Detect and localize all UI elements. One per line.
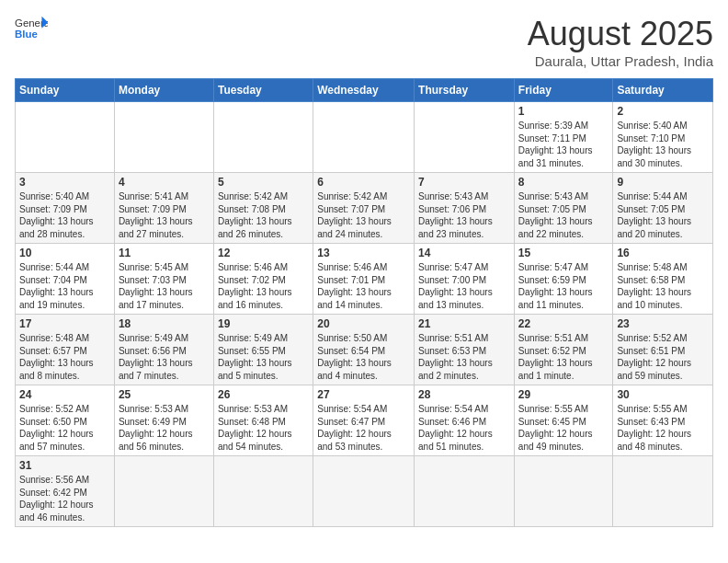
- day-number: 3: [19, 176, 110, 189]
- calendar-cell: 11Sunrise: 5:45 AM Sunset: 7:03 PM Dayli…: [114, 244, 213, 315]
- day-number: 12: [218, 247, 309, 259]
- day-info: Sunrise: 5:43 AM Sunset: 7:06 PM Dayligh…: [418, 190, 510, 240]
- day-number: 27: [317, 388, 410, 401]
- day-number: 31: [19, 459, 110, 472]
- day-info: Sunrise: 5:42 AM Sunset: 7:07 PM Dayligh…: [317, 190, 410, 240]
- calendar-cell: [514, 456, 613, 527]
- calendar-cell: 30Sunrise: 5:55 AM Sunset: 6:43 PM Dayli…: [613, 385, 713, 456]
- calendar-cell: 15Sunrise: 5:47 AM Sunset: 6:59 PM Dayli…: [514, 244, 613, 315]
- title-area: August 2025 Daurala, Uttar Pradesh, Indi…: [528, 15, 713, 69]
- day-info: Sunrise: 5:48 AM Sunset: 6:58 PM Dayligh…: [617, 261, 709, 311]
- calendar-cell: 17Sunrise: 5:48 AM Sunset: 6:57 PM Dayli…: [16, 315, 115, 385]
- calendar-title: August 2025: [528, 15, 713, 53]
- calendar-cell: 27Sunrise: 5:54 AM Sunset: 6:47 PM Dayli…: [313, 385, 415, 456]
- calendar-cell: 14Sunrise: 5:47 AM Sunset: 7:00 PM Dayli…: [415, 244, 515, 315]
- day-number: 15: [518, 247, 609, 259]
- day-number: 10: [19, 247, 110, 259]
- calendar-cell: 26Sunrise: 5:53 AM Sunset: 6:48 PM Dayli…: [213, 385, 313, 456]
- calendar-cell: 8Sunrise: 5:43 AM Sunset: 7:05 PM Daylig…: [514, 173, 613, 244]
- day-number: 22: [518, 317, 609, 330]
- day-info: Sunrise: 5:47 AM Sunset: 6:59 PM Dayligh…: [518, 261, 609, 311]
- day-info: Sunrise: 5:52 AM Sunset: 6:50 PM Dayligh…: [19, 403, 110, 453]
- day-number: 8: [518, 176, 609, 189]
- calendar-table: SundayMondayTuesdayWednesdayThursdayFrid…: [15, 78, 713, 527]
- day-number: 4: [119, 176, 210, 189]
- day-info: Sunrise: 5:40 AM Sunset: 7:09 PM Dayligh…: [19, 190, 110, 240]
- day-info: Sunrise: 5:44 AM Sunset: 7:04 PM Dayligh…: [19, 261, 110, 311]
- day-info: Sunrise: 5:46 AM Sunset: 7:02 PM Dayligh…: [218, 261, 309, 311]
- calendar-cell: 4Sunrise: 5:41 AM Sunset: 7:09 PM Daylig…: [114, 173, 213, 244]
- calendar-cell: 5Sunrise: 5:42 AM Sunset: 7:08 PM Daylig…: [213, 173, 313, 244]
- weekday-header-monday: Monday: [114, 79, 213, 102]
- calendar-week-row: 3Sunrise: 5:40 AM Sunset: 7:09 PM Daylig…: [16, 173, 713, 244]
- calendar-cell: 2Sunrise: 5:40 AM Sunset: 7:10 PM Daylig…: [613, 102, 713, 173]
- day-info: Sunrise: 5:53 AM Sunset: 6:48 PM Dayligh…: [218, 403, 309, 453]
- day-info: Sunrise: 5:48 AM Sunset: 6:57 PM Dayligh…: [19, 332, 110, 382]
- weekday-header-thursday: Thursday: [415, 79, 515, 102]
- calendar-cell: [313, 102, 415, 173]
- calendar-cell: 13Sunrise: 5:46 AM Sunset: 7:01 PM Dayli…: [313, 244, 415, 315]
- day-info: Sunrise: 5:43 AM Sunset: 7:05 PM Dayligh…: [518, 190, 609, 240]
- calendar-week-row: 17Sunrise: 5:48 AM Sunset: 6:57 PM Dayli…: [16, 315, 713, 385]
- day-number: 2: [617, 105, 709, 118]
- calendar-cell: 25Sunrise: 5:53 AM Sunset: 6:49 PM Dayli…: [114, 385, 213, 456]
- day-info: Sunrise: 5:54 AM Sunset: 6:46 PM Dayligh…: [418, 403, 510, 453]
- logo: General Blue: [15, 15, 48, 40]
- day-number: 5: [218, 176, 309, 189]
- day-info: Sunrise: 5:54 AM Sunset: 6:47 PM Dayligh…: [317, 403, 410, 453]
- day-number: 30: [617, 388, 709, 401]
- day-number: 14: [418, 247, 510, 259]
- calendar-cell: 23Sunrise: 5:52 AM Sunset: 6:51 PM Dayli…: [613, 315, 713, 385]
- day-number: 18: [119, 317, 210, 330]
- calendar-cell: 12Sunrise: 5:46 AM Sunset: 7:02 PM Dayli…: [213, 244, 313, 315]
- calendar-cell: 21Sunrise: 5:51 AM Sunset: 6:53 PM Dayli…: [415, 315, 515, 385]
- calendar-week-row: 31Sunrise: 5:56 AM Sunset: 6:42 PM Dayli…: [16, 456, 713, 527]
- calendar-cell: [613, 456, 713, 527]
- day-number: 7: [418, 176, 510, 189]
- weekday-header-row: SundayMondayTuesdayWednesdayThursdayFrid…: [16, 79, 713, 102]
- calendar-cell: 29Sunrise: 5:55 AM Sunset: 6:45 PM Dayli…: [514, 385, 613, 456]
- calendar-cell: [16, 102, 115, 173]
- calendar-cell: 3Sunrise: 5:40 AM Sunset: 7:09 PM Daylig…: [16, 173, 115, 244]
- day-info: Sunrise: 5:55 AM Sunset: 6:43 PM Dayligh…: [617, 403, 709, 453]
- calendar-cell: 28Sunrise: 5:54 AM Sunset: 6:46 PM Dayli…: [415, 385, 515, 456]
- weekday-header-friday: Friday: [514, 79, 613, 102]
- day-info: Sunrise: 5:40 AM Sunset: 7:10 PM Dayligh…: [617, 120, 709, 169]
- day-info: Sunrise: 5:47 AM Sunset: 7:00 PM Dayligh…: [418, 261, 510, 311]
- calendar-cell: 20Sunrise: 5:50 AM Sunset: 6:54 PM Dayli…: [313, 315, 415, 385]
- day-info: Sunrise: 5:51 AM Sunset: 6:52 PM Dayligh…: [518, 332, 609, 382]
- logo-icon: General Blue: [15, 15, 48, 40]
- day-info: Sunrise: 5:44 AM Sunset: 7:05 PM Dayligh…: [617, 190, 709, 240]
- calendar-week-row: 24Sunrise: 5:52 AM Sunset: 6:50 PM Dayli…: [16, 385, 713, 456]
- day-info: Sunrise: 5:50 AM Sunset: 6:54 PM Dayligh…: [317, 332, 410, 382]
- calendar-cell: 24Sunrise: 5:52 AM Sunset: 6:50 PM Dayli…: [16, 385, 115, 456]
- calendar-cell: 16Sunrise: 5:48 AM Sunset: 6:58 PM Dayli…: [613, 244, 713, 315]
- day-number: 9: [617, 176, 709, 189]
- calendar-cell: [114, 102, 213, 173]
- calendar-cell: 7Sunrise: 5:43 AM Sunset: 7:06 PM Daylig…: [415, 173, 515, 244]
- calendar-cell: 1Sunrise: 5:39 AM Sunset: 7:11 PM Daylig…: [514, 102, 613, 173]
- day-info: Sunrise: 5:45 AM Sunset: 7:03 PM Dayligh…: [119, 261, 210, 311]
- calendar-cell: 19Sunrise: 5:49 AM Sunset: 6:55 PM Dayli…: [213, 315, 313, 385]
- day-info: Sunrise: 5:49 AM Sunset: 6:56 PM Dayligh…: [119, 332, 210, 382]
- day-info: Sunrise: 5:53 AM Sunset: 6:49 PM Dayligh…: [119, 403, 210, 453]
- day-number: 28: [418, 388, 510, 401]
- calendar-cell: 22Sunrise: 5:51 AM Sunset: 6:52 PM Dayli…: [514, 315, 613, 385]
- day-number: 25: [119, 388, 210, 401]
- calendar-cell: 31Sunrise: 5:56 AM Sunset: 6:42 PM Dayli…: [16, 456, 115, 527]
- day-info: Sunrise: 5:41 AM Sunset: 7:09 PM Dayligh…: [119, 190, 210, 240]
- svg-text:Blue: Blue: [15, 29, 38, 40]
- weekday-header-sunday: Sunday: [16, 79, 115, 102]
- calendar-week-row: 1Sunrise: 5:39 AM Sunset: 7:11 PM Daylig…: [16, 102, 713, 173]
- day-number: 21: [418, 317, 510, 330]
- calendar-cell: [114, 456, 213, 527]
- day-number: 20: [317, 317, 410, 330]
- day-info: Sunrise: 5:56 AM Sunset: 6:42 PM Dayligh…: [19, 474, 110, 523]
- day-number: 1: [518, 105, 609, 118]
- day-info: Sunrise: 5:52 AM Sunset: 6:51 PM Dayligh…: [617, 332, 709, 382]
- day-number: 19: [218, 317, 309, 330]
- calendar-cell: [213, 102, 313, 173]
- day-info: Sunrise: 5:55 AM Sunset: 6:45 PM Dayligh…: [518, 403, 609, 453]
- day-number: 11: [119, 247, 210, 259]
- calendar-week-row: 10Sunrise: 5:44 AM Sunset: 7:04 PM Dayli…: [16, 244, 713, 315]
